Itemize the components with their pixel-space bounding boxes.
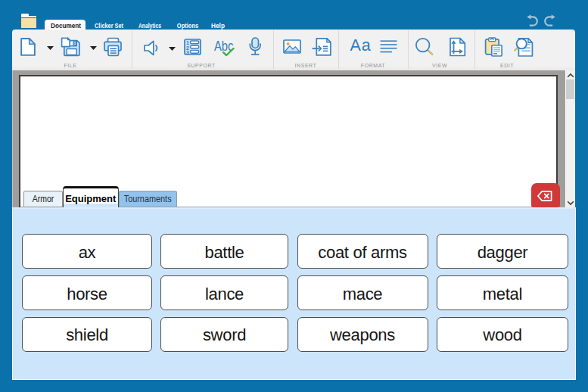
svg-text:3: 3 — [186, 49, 189, 54]
